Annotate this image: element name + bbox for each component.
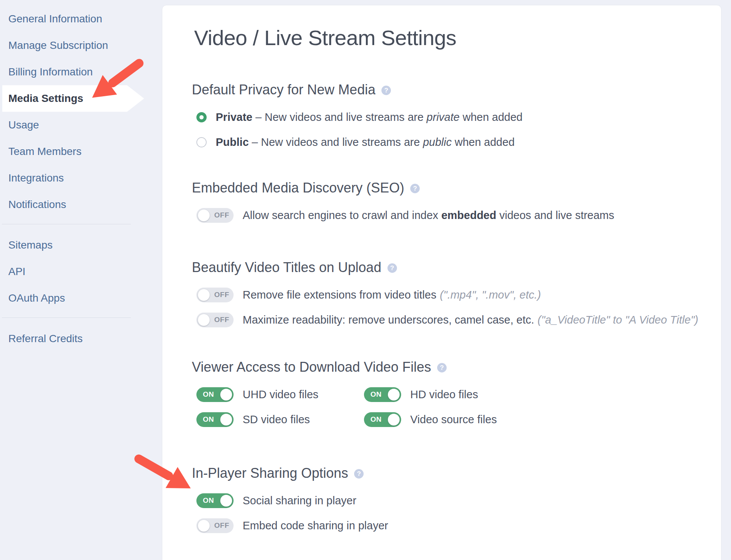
section-in-player-sharing: In-Player Sharing Options ? ON Social sh… [192,466,698,533]
toggle-sd-files[interactable]: ON [196,412,234,427]
radio-private[interactable] [196,112,207,122]
toggle-knob [388,389,400,400]
toggle-knob [198,520,210,532]
toggle-description: Maximize readability: remove underscores… [243,314,534,326]
help-icon[interactable]: ? [410,184,420,193]
sidebar-item-notifications[interactable]: Notifications [0,191,162,218]
download-toggle-row: ON UHD video files [196,387,364,402]
sidebar-item-api[interactable]: API [0,258,162,285]
sidebar-item-media-settings[interactable]: Media Settings [0,85,162,112]
help-icon[interactable]: ? [387,263,397,273]
sidebar-item-label: OAuth Apps [8,292,65,304]
sidebar-divider [2,318,131,318]
toggle-state-label: ON [370,415,382,424]
toggle-knob [220,495,232,507]
section-heading: In-Player Sharing Options [192,466,348,480]
toggle-knob [388,414,400,425]
toggle-state-label: ON [203,390,214,399]
sidebar-item-label: Referral Credits [8,333,83,345]
section-viewer-downloads: Viewer Access to Download Video Files ? … [192,360,698,427]
toggle-description: Remove file extensions from video titles [243,289,436,301]
toggle-seo-crawl[interactable]: OFF [196,208,234,223]
toggle-uhd-files[interactable]: ON [196,387,234,402]
sidebar-item-label: Integrations [8,172,64,184]
option-label: Public [216,136,249,148]
download-toggles-grid: ON UHD video files ON HD video files ON … [196,387,698,427]
sidebar-item-label: API [8,266,25,278]
toggle-remove-extensions[interactable]: OFF [196,288,234,302]
toggle-state-label: ON [203,415,214,424]
sidebar-item-general-information[interactable]: General Information [0,6,162,32]
beautify-toggle-row: OFF Remove file extensions from video ti… [196,287,698,302]
option-text-italic: public [423,136,452,148]
media-settings-panel: Video / Live Stream Settings Default Pri… [162,5,722,560]
beautify-toggle-row: OFF Maximize readability: remove undersc… [196,312,698,327]
sidebar-item-oauth-apps[interactable]: OAuth Apps [0,285,162,311]
download-toggle-row: ON HD video files [364,387,698,402]
seo-toggle-row: OFF Allow search engines to crawl and in… [196,208,698,223]
section-heading: Embedded Media Discovery (SEO) [192,181,404,195]
radio-public[interactable] [196,137,207,147]
sidebar-item-billing-information[interactable]: Billing Information [0,59,162,85]
toggle-knob [220,414,232,425]
toggle-description: Embed code sharing in player [243,519,388,532]
section-default-privacy: Default Privacy for New Media ? Private … [192,83,698,150]
option-label: Private [216,111,253,123]
sidebar-divider [2,224,131,224]
toggle-state-label: OFF [214,316,229,324]
toggle-embed-code-sharing[interactable]: OFF [196,518,234,533]
sidebar-item-manage-subscription[interactable]: Manage Subscription [0,32,162,59]
sharing-toggle-row: OFF Embed code sharing in player [196,518,698,533]
toggle-knob [198,210,210,221]
settings-sidebar: General Information Manage Subscription … [0,0,162,352]
sidebar-item-usage[interactable]: Usage [0,112,162,138]
sidebar-item-team-members[interactable]: Team Members [0,138,162,165]
section-heading: Viewer Access to Download Video Files [192,360,431,374]
toggle-description: UHD video files [243,388,318,401]
toggle-description: SD video files [243,413,310,426]
toggle-maximize-readability[interactable]: OFF [196,313,234,327]
toggle-knob [198,314,210,326]
toggle-description-bold: embedded [441,209,496,221]
toggle-state-label: ON [203,496,214,505]
option-text: when added [452,136,515,148]
download-toggle-row: ON SD video files [196,412,364,427]
section-beautify-titles: Beautify Video Titles on Upload ? OFF Re… [192,261,698,327]
sidebar-item-label: Usage [8,119,39,131]
toggle-state-label: OFF [214,291,229,299]
sidebar-item-label: General Information [8,13,102,25]
sharing-toggle-row: ON Social sharing in player [196,493,698,508]
toggle-description: Allow search engines to crawl and index [243,209,441,221]
sidebar-item-referral-credits[interactable]: Referral Credits [0,325,162,352]
sidebar-item-label: Billing Information [8,66,93,78]
download-toggle-row: ON Video source files [364,412,698,427]
toggle-source-files[interactable]: ON [364,412,401,427]
toggle-social-sharing[interactable]: ON [196,493,234,508]
privacy-option-public: Public – New videos and live streams are… [196,135,698,150]
privacy-option-private: Private – New videos and live streams ar… [196,109,698,125]
toggle-state-label: OFF [214,521,229,530]
option-text-italic: private [427,111,460,123]
help-icon[interactable]: ? [381,86,391,95]
toggle-hint: ("a_VideoTitle" to "A Video Title") [538,314,698,326]
section-embedded-media-discovery: Embedded Media Discovery (SEO) ? OFF All… [192,181,698,223]
toggle-hd-files[interactable]: ON [364,387,401,402]
toggle-description: videos and live streams [496,209,614,221]
toggle-knob [198,289,210,301]
toggle-knob [220,389,232,400]
sidebar-item-label: Media Settings [8,92,83,105]
sidebar-item-label: Sitemaps [8,239,53,251]
option-text: – New videos and live streams are [253,111,427,123]
section-heading: Default Privacy for New Media [192,83,375,97]
toggle-state-label: ON [370,390,382,399]
toggle-hint: (".mp4", ".mov", etc.) [440,289,541,301]
option-text: – New videos and live streams are [249,136,423,148]
help-icon[interactable]: ? [354,469,364,479]
toggle-description: HD video files [410,388,478,401]
sidebar-item-label: Notifications [8,199,66,211]
sidebar-item-integrations[interactable]: Integrations [0,165,162,191]
help-icon[interactable]: ? [437,363,447,372]
sidebar-item-sitemaps[interactable]: Sitemaps [0,232,162,258]
section-heading: Beautify Video Titles on Upload [192,261,381,274]
toggle-description: Video source files [410,413,497,426]
